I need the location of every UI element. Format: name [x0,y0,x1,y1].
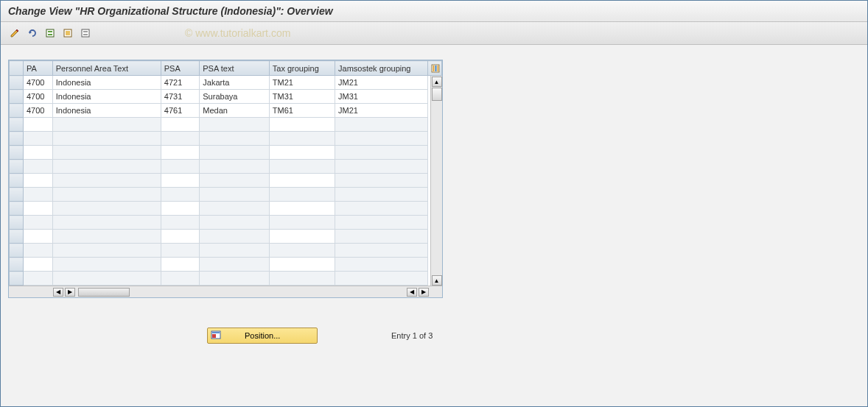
cell-tax [269,258,335,272]
column-header-pa[interactable]: PA [23,61,52,76]
row-selector[interactable] [10,160,24,174]
cell-psa[interactable]: 4731 [161,90,200,104]
cell-psa [161,216,200,230]
cell-psa [161,132,200,146]
cell-pat [52,188,161,202]
cell-jam [335,258,428,272]
cell-pat [52,272,161,286]
row-selector[interactable] [10,104,24,118]
edit-button[interactable] [7,25,23,41]
row-selector[interactable] [10,244,24,258]
hscroll-thumb[interactable] [78,288,130,297]
row-selector[interactable] [10,90,24,104]
column-header-tax[interactable]: Tax grouping [269,61,335,76]
cell-pat [52,202,161,216]
cell-tax [269,160,335,174]
table-row [10,272,442,286]
cell-jam [335,132,428,146]
position-button[interactable]: Position... [207,328,318,344]
cell-psat[interactable]: Jakarta [200,76,270,90]
column-header-jam[interactable]: Jamsostek grouping [335,61,428,76]
footer-area: Position... Entry 1 of 3 [8,328,860,344]
cell-tax [269,244,335,258]
row-selector[interactable] [10,76,24,90]
row-selector[interactable] [10,258,24,272]
row-selector[interactable] [10,230,24,244]
cell-jam [335,244,428,258]
cell-psat[interactable]: Medan [200,104,270,118]
cell-jam[interactable]: JM21 [335,104,428,118]
cell-tax [269,188,335,202]
cell-pa [23,230,52,244]
cell-psa[interactable]: 4761 [161,104,200,118]
cell-tax [269,146,335,160]
select-all-button[interactable] [42,25,58,41]
horizontal-scrollbar[interactable]: ◀ ▶ ◀ ▶ [9,286,442,297]
data-table: PA Personnel Area Text PSA PSA text Tax … [9,60,442,286]
cell-psa[interactable]: 4721 [161,76,200,90]
cell-tax [269,118,335,132]
row-selector[interactable] [10,146,24,160]
row-selector[interactable] [10,188,24,202]
undo-icon [27,28,38,38]
row-selector[interactable] [10,132,24,146]
cell-jam[interactable]: JM31 [335,90,428,104]
cell-tax[interactable]: TM61 [269,104,335,118]
scroll-thumb[interactable] [432,88,442,101]
row-selector[interactable] [10,118,24,132]
row-selector[interactable] [10,216,24,230]
scroll-up-button[interactable]: ▲ [432,77,442,87]
cell-pat [52,132,161,146]
position-icon [211,330,223,341]
row-selector-header[interactable] [10,61,24,76]
cell-tax[interactable]: TM31 [269,90,335,104]
cell-pat[interactable]: Indonesia [52,104,161,118]
row-selector[interactable] [10,272,24,286]
content-area: PA Personnel Area Text PSA PSA text Tax … [1,45,867,351]
column-header-psa[interactable]: PSA [161,61,200,76]
cell-pat [52,244,161,258]
cell-pat[interactable]: Indonesia [52,76,161,90]
toolbar: © www.tutorialkart.com [1,22,867,45]
undo-button[interactable] [24,25,41,41]
cell-psa [161,244,200,258]
cell-psat[interactable]: Surabaya [200,90,270,104]
cell-pa[interactable]: 4700 [23,76,52,90]
row-selector[interactable] [10,202,24,216]
row-selector[interactable] [10,174,24,188]
cell-pat [52,230,161,244]
cell-jam[interactable]: JM21 [335,76,428,90]
table-row [10,188,442,202]
cell-pa [23,174,52,188]
scroll-left-button[interactable]: ◀ [53,288,63,297]
cell-psa [161,188,200,202]
cell-pat[interactable]: Indonesia [52,90,161,104]
cell-pa[interactable]: 4700 [23,90,52,104]
cell-pa [23,160,52,174]
scroll-left-end-button[interactable]: ◀ [407,288,417,297]
vertical-scrollbar[interactable]: ▲ ▲ ▼ [430,76,442,297]
cell-pa [23,132,52,146]
table-row [10,216,442,230]
svg-rect-14 [212,334,216,338]
svg-rect-1 [48,31,52,32]
cell-pa[interactable]: 4700 [23,104,52,118]
table-row [10,244,442,258]
svg-rect-6 [83,31,88,32]
column-header-psat[interactable]: PSA text [200,61,270,76]
scroll-up-step-button[interactable]: ▲ [432,275,442,286]
cell-pa [23,118,52,132]
scroll-right-button[interactable]: ▶ [419,288,429,297]
cell-tax[interactable]: TM21 [269,76,335,90]
svg-rect-13 [212,332,220,333]
svg-rect-9 [433,66,435,71]
cell-pa [23,258,52,272]
watermark: © www.tutorialkart.com [185,27,290,39]
scroll-right-step-button[interactable]: ▶ [65,288,75,297]
deselect-button[interactable] [77,25,94,41]
cell-jam [335,174,428,188]
select-block-button[interactable] [60,25,76,41]
column-config-button[interactable] [428,61,442,76]
svg-rect-11 [438,66,439,71]
column-header-pat[interactable]: Personnel Area Text [52,61,161,76]
